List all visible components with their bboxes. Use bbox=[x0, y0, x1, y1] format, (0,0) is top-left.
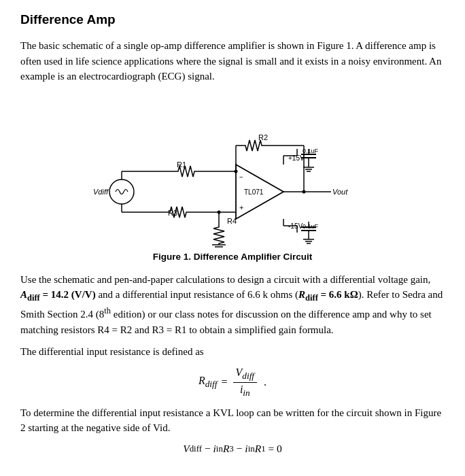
kvl-intro: To determine the differential input resi… bbox=[20, 405, 445, 436]
svg-text:0.1uF: 0.1uF bbox=[303, 148, 319, 154]
intro-paragraph: The basic schematic of a single op-amp d… bbox=[20, 38, 445, 84]
svg-text:TL071: TL071 bbox=[244, 188, 264, 196]
svg-point-26 bbox=[235, 169, 238, 173]
svg-point-0 bbox=[109, 180, 134, 204]
rdiff-formula: Rdiff = Vdiff iin . bbox=[20, 367, 445, 398]
page-title: Difference Amp bbox=[20, 12, 445, 27]
svg-text:Vdiff: Vdiff bbox=[93, 188, 109, 196]
circuit-svg: Vdiff R1 R3 R4 + − bbox=[86, 91, 379, 248]
svg-text:R4: R4 bbox=[227, 217, 237, 225]
svg-text:Vout: Vout bbox=[332, 188, 348, 196]
body-paragraph-1: Use the schematic and pen-and-paper calc… bbox=[20, 272, 445, 337]
svg-text:−: − bbox=[239, 173, 243, 181]
diff-input-sentence: The differential input resistance is def… bbox=[20, 344, 445, 360]
kvl-equation: Vdiff − iinR3 − iinR1 = 0 bbox=[20, 443, 445, 455]
circuit-diagram: Vdiff R1 R3 R4 + − bbox=[20, 91, 445, 248]
figure-caption: Figure 1. Difference Amplifier Circuit bbox=[20, 250, 445, 264]
svg-text:+: + bbox=[239, 203, 243, 211]
svg-text:R2: R2 bbox=[258, 133, 268, 141]
svg-point-51 bbox=[303, 190, 306, 193]
